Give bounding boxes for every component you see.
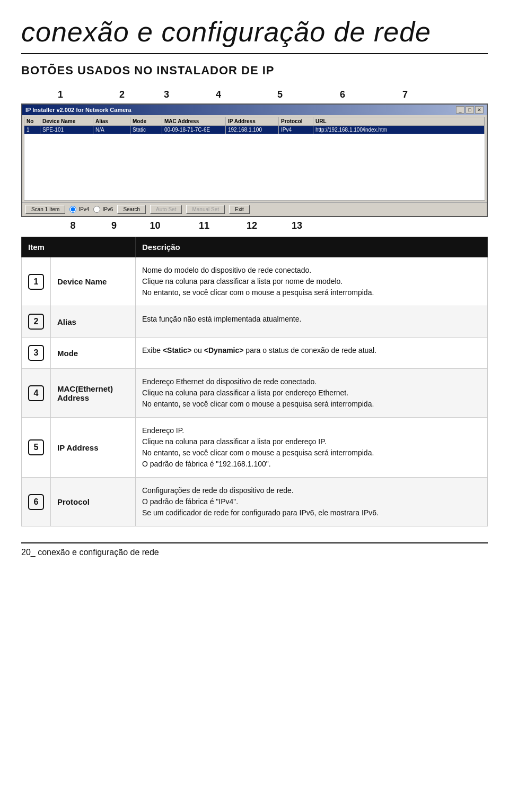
table-data-row: 2AliasEsta função não está implementada … bbox=[22, 306, 488, 338]
callout-6: 6 bbox=[335, 89, 350, 100]
col-protocol[interactable]: Protocol bbox=[279, 117, 313, 125]
badge-5: 5 bbox=[28, 439, 44, 455]
col-url[interactable]: URL bbox=[313, 117, 485, 125]
ipv4-radio-group: IPv4 bbox=[69, 206, 89, 213]
row-desc-cell: Endereço Ethernet do dispositivo de rede… bbox=[136, 369, 488, 418]
callout-13: 13 bbox=[276, 220, 318, 231]
cell-device-name: SPE-101 bbox=[40, 126, 93, 134]
app-table: No Device Name Alias Mode MAC Address IP… bbox=[24, 117, 485, 201]
row-badge-cell: 6 bbox=[22, 478, 51, 526]
col-no: No bbox=[24, 117, 40, 125]
callout-2: 2 bbox=[115, 89, 129, 100]
description-table: Item Descrição 1Device NameNome do model… bbox=[21, 237, 488, 526]
badge-6: 6 bbox=[28, 494, 44, 510]
row-desc-cell: Endereço IP.Clique na coluna para classi… bbox=[136, 418, 488, 478]
callout-5: 5 bbox=[273, 89, 287, 100]
app-footer: Scan 1 Item IPv4 IPv6 Search Auto Set Ma… bbox=[22, 202, 487, 216]
table-data-row: 3ModeExibe <Static> ou <Dynamic> para o … bbox=[22, 338, 488, 369]
titlebar-controls: _ □ ✕ bbox=[456, 106, 484, 114]
minimize-btn[interactable]: _ bbox=[456, 106, 464, 114]
cell-alias: N/A bbox=[93, 126, 130, 134]
row-label-cell: IP Address bbox=[51, 418, 136, 478]
col-item-header: Item bbox=[22, 237, 136, 257]
top-callouts: 1 2 3 4 5 6 7 bbox=[21, 89, 488, 100]
maximize-btn[interactable]: □ bbox=[466, 106, 474, 114]
row-label-cell: Mode bbox=[51, 338, 136, 369]
page-title: conexão e configuração de rede bbox=[21, 16, 488, 54]
cell-mode: Static bbox=[130, 126, 162, 134]
row-desc-cell: Esta função não está implementada atualm… bbox=[136, 306, 488, 338]
table-data-row: 5IP AddressEndereço IP.Clique na coluna … bbox=[22, 418, 488, 478]
search-button[interactable]: Search bbox=[117, 205, 146, 214]
manual-set-button[interactable]: Manual Set bbox=[186, 205, 225, 214]
callout-4: 4 bbox=[211, 89, 226, 100]
badge-2: 2 bbox=[28, 314, 44, 330]
cell-protocol: IPv4 bbox=[279, 126, 313, 134]
row-badge-cell: 1 bbox=[22, 257, 51, 306]
section-heading: BOTÕES USADOS NO INSTALADOR DE IP bbox=[21, 64, 488, 77]
cell-mac: 00-09-18-71-7C-6E bbox=[162, 126, 226, 134]
row-label-cell: Device Name bbox=[51, 257, 136, 306]
ipv4-radio[interactable] bbox=[69, 206, 76, 213]
table-data-row: 1Device NameNome do modelo do dispositiv… bbox=[22, 257, 488, 306]
row-desc-cell: Configurações de rede do dispositivo de … bbox=[136, 478, 488, 526]
col-mac[interactable]: MAC Address bbox=[162, 117, 226, 125]
table-header-row: Item Descrição bbox=[22, 237, 488, 257]
scan-button[interactable]: Scan 1 Item bbox=[25, 205, 65, 214]
callout-3: 3 bbox=[159, 89, 174, 100]
ipv6-radio-group: IPv6 bbox=[93, 206, 113, 213]
callout-12: 12 bbox=[228, 220, 276, 231]
callout-9: 9 bbox=[98, 220, 130, 231]
ipv4-label: IPv4 bbox=[78, 206, 89, 212]
close-btn[interactable]: ✕ bbox=[475, 106, 484, 114]
row-badge-cell: 2 bbox=[22, 306, 51, 338]
row-badge-cell: 3 bbox=[22, 338, 51, 369]
app-window: IP Installer v2.002 for Network Camera _… bbox=[21, 103, 488, 217]
table-row[interactable]: 1 SPE-101 N/A Static 00-09-18-71-7C-6E 1… bbox=[24, 126, 485, 134]
row-desc-cell: Exibe <Static> ou <Dynamic> para o statu… bbox=[136, 338, 488, 369]
col-desc-header: Descrição bbox=[136, 237, 488, 257]
bottom-callouts: 8 9 10 11 12 13 bbox=[21, 220, 488, 231]
row-badge-cell: 5 bbox=[22, 418, 51, 478]
callout-1: 1 bbox=[53, 89, 68, 100]
col-ip[interactable]: IP Address bbox=[226, 117, 279, 125]
auto-set-button[interactable]: Auto Set bbox=[150, 205, 182, 214]
table-data-row: 6ProtocolConfigurações de rede do dispos… bbox=[22, 478, 488, 526]
exit-button[interactable]: Exit bbox=[229, 205, 250, 214]
table-data-row: 4MAC(Ethernet) AddressEndereço Ethernet … bbox=[22, 369, 488, 418]
ipv6-radio[interactable] bbox=[93, 206, 100, 213]
callout-10: 10 bbox=[130, 220, 180, 231]
app-title-text: IP Installer v2.002 for Network Camera bbox=[25, 107, 131, 113]
row-label-cell: Alias bbox=[51, 306, 136, 338]
cell-ip: 192.168.1.100 bbox=[226, 126, 279, 134]
ipv6-label: IPv6 bbox=[102, 206, 113, 212]
callout-11: 11 bbox=[180, 220, 228, 231]
row-label-cell: MAC(Ethernet) Address bbox=[51, 369, 136, 418]
app-titlebar: IP Installer v2.002 for Network Camera _… bbox=[22, 105, 487, 115]
row-label-cell: Protocol bbox=[51, 478, 136, 526]
table-body: 1 SPE-101 N/A Static 00-09-18-71-7C-6E 1… bbox=[24, 126, 485, 200]
page-bottom-label: 20_ conexão e configuração de rede bbox=[21, 542, 488, 557]
cell-no: 1 bbox=[24, 126, 40, 134]
callout-8: 8 bbox=[48, 220, 98, 231]
cell-url: http://192.168.1.100/index.htm bbox=[313, 126, 485, 134]
badge-4: 4 bbox=[28, 385, 44, 401]
row-badge-cell: 4 bbox=[22, 369, 51, 418]
col-alias[interactable]: Alias bbox=[93, 117, 130, 125]
badge-3: 3 bbox=[28, 345, 44, 361]
col-device-name[interactable]: Device Name bbox=[40, 117, 93, 125]
col-mode[interactable]: Mode bbox=[130, 117, 162, 125]
app-window-container: IP Installer v2.002 for Network Camera _… bbox=[21, 103, 488, 217]
callout-7: 7 bbox=[398, 89, 413, 100]
row-desc-cell: Nome do modelo do dispositivo de rede co… bbox=[136, 257, 488, 306]
table-header: No Device Name Alias Mode MAC Address IP… bbox=[24, 117, 485, 126]
badge-1: 1 bbox=[28, 274, 44, 290]
